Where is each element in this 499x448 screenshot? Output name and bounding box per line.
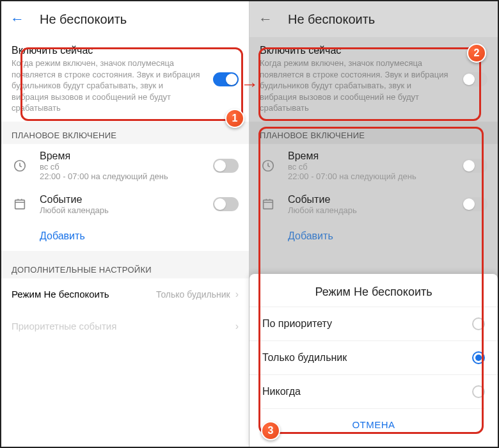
scheduled-section-label: ПЛАНОВОЕ ВКЛЮЧЕНИЕ — [249, 122, 498, 144]
enable-now-title: Включить сейчас — [12, 45, 239, 56]
time-range: 22:00 - 07:00 на следующий день — [288, 172, 487, 181]
app-header: ← Не беспокоить — [1, 1, 249, 37]
clock-icon — [12, 157, 28, 174]
dialog-title: Режим Не беспокоить — [249, 274, 498, 307]
annotation-badge-2: 2 — [467, 44, 486, 63]
enable-now-description: Когда режим включен, значок полумесяца п… — [12, 58, 239, 114]
screenshot-right: ← Не беспокоить Включить сейчас Когда ре… — [249, 1, 498, 447]
enable-now-toggle[interactable] — [213, 72, 239, 86]
option-priority[interactable]: По приоритету — [249, 307, 498, 340]
screenshot-left: ← Не беспокоить Включить сейчас Когда ре… — [1, 1, 249, 447]
event-toggle[interactable] — [213, 197, 239, 211]
option-alarm-only[interactable]: Только будильник — [249, 340, 498, 374]
event-toggle[interactable] — [462, 197, 487, 211]
calendar-icon — [12, 196, 28, 212]
priority-events-label: Приоритетные события — [12, 321, 116, 332]
cancel-button[interactable]: ОТМЕНА — [262, 408, 485, 440]
chevron-right-icon: › — [235, 289, 239, 300]
enable-now-section: Включить сейчас Когда режим включен, зна… — [249, 37, 498, 122]
time-days: вс сб — [40, 162, 239, 172]
enable-now-section: Включить сейчас Когда режим включен, зна… — [1, 37, 249, 122]
page-title: Не беспокоить — [288, 12, 375, 27]
back-arrow-icon[interactable]: ← — [10, 11, 24, 28]
event-schedule-row[interactable]: Событие Любой календарь — [1, 188, 249, 221]
back-arrow-icon[interactable]: ← — [258, 11, 273, 28]
time-title: Время — [288, 150, 487, 162]
time-schedule-row[interactable]: Время вс сб 22:00 - 07:00 на следующий д… — [1, 144, 249, 188]
svg-rect-3 — [264, 200, 273, 209]
time-toggle[interactable] — [213, 159, 239, 173]
dnd-mode-row[interactable]: Режим Не беспокоить Только будильник › — [1, 278, 249, 310]
divider — [1, 251, 249, 256]
dnd-mode-label: Режим Не беспокоить — [12, 289, 109, 300]
scheduled-section-label: ПЛАНОВОЕ ВКЛЮЧЕНИЕ — [1, 122, 249, 144]
radio-checked-icon — [472, 351, 485, 364]
clock-icon — [260, 157, 276, 174]
event-sub: Любой календарь — [288, 205, 487, 215]
annotation-badge-3: 3 — [261, 421, 280, 440]
svg-rect-1 — [15, 200, 25, 209]
time-schedule-row[interactable]: Время вс сб 22:00 - 07:00 на следующий д… — [249, 144, 498, 188]
event-title: Событие — [288, 194, 487, 205]
dnd-mode-value: Только будильник — [156, 289, 230, 300]
option-label: Только будильник — [262, 352, 347, 364]
dnd-mode-dialog: Режим Не беспокоить По приоритету Только… — [249, 274, 498, 447]
add-schedule-link[interactable]: Добавить — [249, 221, 498, 251]
option-never[interactable]: Никогда — [249, 374, 498, 408]
radio-icon — [472, 385, 485, 398]
enable-now-description: Когда режим включен, значок полумесяца п… — [260, 58, 487, 114]
radio-icon — [472, 317, 485, 330]
add-schedule-link[interactable]: Добавить — [1, 221, 249, 251]
enable-now-toggle[interactable] — [462, 72, 487, 86]
option-label: Никогда — [262, 386, 301, 397]
time-title: Время — [40, 150, 239, 162]
time-range: 22:00 - 07:00 на следующий день — [40, 172, 239, 181]
enable-now-title: Включить сейчас — [260, 45, 487, 56]
time-days: вс сб — [288, 162, 487, 172]
time-toggle[interactable] — [462, 159, 487, 173]
annotation-badge-1: 1 — [225, 109, 244, 128]
page-title: Не беспокоить — [40, 12, 127, 27]
event-sub: Любой календарь — [40, 205, 239, 215]
event-title: Событие — [40, 194, 239, 205]
option-label: По приоритету — [262, 318, 332, 330]
extra-section-label: ДОПОЛНИТЕЛЬНЫЕ НАСТРОЙКИ — [1, 256, 249, 278]
calendar-icon — [260, 196, 276, 212]
app-header: ← Не беспокоить — [249, 1, 498, 37]
chevron-right-icon: › — [235, 321, 239, 332]
priority-events-row: Приоритетные события › — [1, 310, 249, 342]
event-schedule-row[interactable]: Событие Любой календарь — [249, 188, 498, 221]
